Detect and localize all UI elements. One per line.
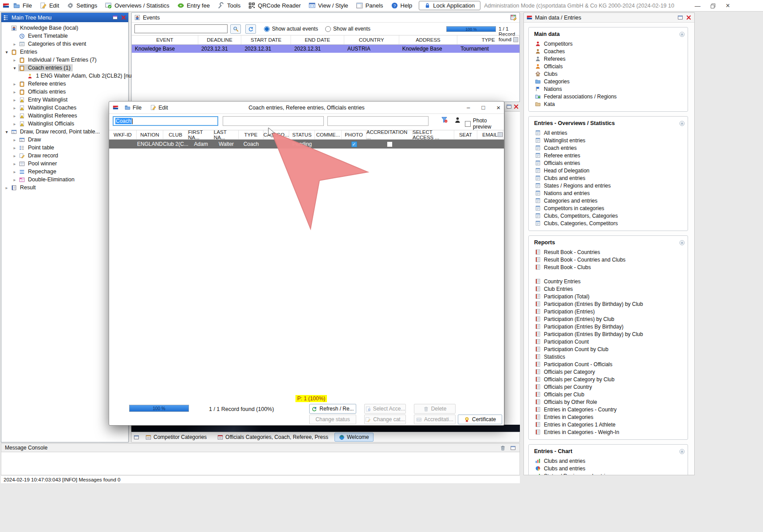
list-item[interactable]: Officials entries	[533, 159, 685, 167]
dialog-minimize-button[interactable]: –	[467, 104, 470, 111]
tree-expander-icon[interactable]: ▸	[11, 98, 18, 102]
tree-expander-icon[interactable]: ▸	[11, 42, 18, 47]
collapse-icon[interactable]	[679, 449, 685, 454]
tree-expander-icon[interactable]: ▸	[11, 121, 18, 126]
column-header[interactable]: ACCREDITATION ...	[366, 130, 413, 139]
close-panel-icon[interactable]	[513, 104, 519, 110]
list-item[interactable]: Participation (Total)	[533, 293, 685, 300]
tree-item[interactable]: 1 ENG Walter Adam, Club 2(CLB2) [null]	[1, 72, 128, 80]
dialog-menu-file[interactable]: File	[122, 104, 144, 112]
list-item[interactable]: Officials per Category	[533, 368, 685, 376]
menu-item-overviews-statistics[interactable]: Overviews / Statistics	[101, 1, 173, 10]
list-item[interactable]: Referee entries	[533, 152, 685, 159]
tree-expander-icon[interactable]: ▸	[11, 145, 18, 150]
list-item[interactable]: Categories	[533, 78, 685, 85]
list-item[interactable]: Participation (Entries By Birthday) by C…	[533, 300, 685, 308]
column-header[interactable]: SELECT ACCESS ...	[413, 130, 454, 139]
menu-item-file[interactable]: File	[9, 1, 36, 10]
list-item[interactable]: Nations and entries	[533, 189, 685, 197]
tree-item[interactable]: ▾Coach entries (1)	[1, 64, 128, 72]
dialog-table-row[interactable]: ENGLANDClub 2(C...AdamWalterCoachPending…	[109, 140, 504, 149]
list-item[interactable]: Clubs and entries	[533, 174, 685, 182]
dialog-menu-edit[interactable]: Edit	[148, 104, 171, 112]
events-table-row[interactable]: Knowledge Base2023.12.312023.12.312023.1…	[132, 45, 519, 53]
list-item[interactable]: Clubs, Categories, Competitors	[533, 219, 685, 227]
list-item[interactable]: Officials per Club	[533, 391, 685, 398]
list-item[interactable]: All entries	[533, 129, 685, 137]
change-status-button[interactable]: Change status	[309, 415, 356, 424]
column-header[interactable]: WKF-ID	[109, 130, 137, 139]
tab-welcome[interactable]: Welcome	[334, 433, 374, 442]
refresh-reload-button[interactable]: Refresh / Re...	[309, 404, 356, 414]
tree-expander-icon[interactable]: ▸	[11, 161, 18, 166]
column-header[interactable]: FIRST NA...	[188, 130, 214, 139]
menu-item-qrcode-reader[interactable]: QRCode Reader	[244, 1, 305, 10]
minimize-button[interactable]: —	[695, 3, 700, 9]
menu-item-tools[interactable]: Tools	[214, 1, 244, 10]
change-category-button[interactable]: Change cat...	[364, 415, 406, 424]
column-header[interactable]: TYPE	[457, 35, 519, 44]
photo-preview-checkbox[interactable]: Photo preview	[465, 117, 504, 130]
menu-item-settings[interactable]: Settings	[63, 1, 101, 10]
column-header[interactable]: END DATE	[291, 35, 344, 44]
menu-item-entry-fee[interactable]: Entry fee	[173, 1, 214, 10]
list-item[interactable]: Coach entries	[533, 144, 685, 152]
column-header[interactable]: CLUB	[163, 130, 188, 139]
close-panel-icon[interactable]	[121, 15, 126, 20]
list-item[interactable]: Clubs and entries	[533, 465, 685, 472]
restore-panel-icon[interactable]	[506, 104, 512, 110]
restore-console-icon[interactable]	[510, 445, 516, 451]
tree-item[interactable]: Knowledge Base (local)	[1, 24, 128, 32]
list-item[interactable]: Entries in Categories - Weigh-In	[533, 428, 685, 436]
dialog-close-button[interactable]: ×	[496, 104, 500, 111]
checkbox-checked-icon[interactable]: ✓	[351, 141, 357, 147]
close-button[interactable]: ×	[726, 2, 730, 10]
filter-funnel-icon[interactable]	[441, 116, 448, 123]
tree-expander-icon[interactable]: ▸	[11, 137, 18, 142]
radio-show-actual[interactable]: Show actual events	[264, 26, 324, 32]
checkbox-unchecked-icon[interactable]	[387, 141, 393, 147]
lock-application-button[interactable]: Lock Application	[419, 1, 480, 10]
delete-button[interactable]: Delete	[414, 404, 456, 414]
column-header[interactable]: DEADLINE	[198, 35, 242, 44]
restore-button[interactable]	[710, 3, 716, 9]
menu-item-help[interactable]: ?Help	[387, 1, 417, 10]
list-item[interactable]: Nations	[533, 85, 685, 93]
list-item[interactable]: States / Regions and entries	[533, 182, 685, 189]
radio-show-all[interactable]: Show all events	[325, 26, 377, 32]
list-item[interactable]: Coaches	[533, 47, 685, 55]
list-item[interactable]: Officials per Category by Club	[533, 376, 685, 383]
tree-expander-icon[interactable]: ▾	[3, 50, 10, 55]
collapse-icon[interactable]	[679, 240, 685, 246]
column-header[interactable]: NATION	[137, 130, 163, 139]
list-item[interactable]: Entries in Categories 1 Athlete	[533, 421, 685, 428]
list-item[interactable]: Result Book - Clubs	[533, 263, 685, 271]
list-item[interactable]: Participation Count - Officials	[533, 360, 685, 368]
trash-icon[interactable]	[500, 445, 506, 451]
column-chooser-icon[interactable]	[497, 132, 503, 137]
list-item[interactable]: Participation (Entries By Birthday) by C…	[533, 330, 685, 338]
tree-item[interactable]: ▸Categories of this event	[1, 40, 128, 48]
column-header[interactable]: CATEGO...	[264, 130, 289, 139]
column-header[interactable]: LAST NA...	[214, 130, 239, 139]
tree-item[interactable]: ▾Entries	[1, 48, 128, 56]
tree-expander-icon[interactable]: ▾	[11, 66, 18, 70]
menu-item-panels[interactable]: Panels	[352, 1, 387, 10]
list-item[interactable]: Clubs and entries	[533, 457, 685, 465]
list-item[interactable]: Entries in Categories	[533, 413, 685, 421]
tree-expander-icon[interactable]: ▾	[3, 129, 10, 134]
tab-officials-categories-coach-referee-press[interactable]: Officials Categories, Coach, Referee, Pr…	[213, 433, 333, 442]
column-header[interactable]: START DATE	[241, 35, 291, 44]
list-item[interactable]: Result Book - Countries	[533, 248, 685, 256]
tree-item[interactable]: ▸Officials entries	[1, 88, 128, 96]
accreditation-button[interactable]: Accreditati...	[414, 415, 456, 424]
list-item[interactable]: Participation Count	[533, 338, 685, 345]
filter-input-2[interactable]	[223, 116, 324, 126]
list-item[interactable]: Country Entries	[533, 278, 685, 285]
collapse-icon[interactable]	[679, 31, 685, 37]
tree-expander-icon[interactable]: ▸	[11, 153, 18, 158]
collapse-icon[interactable]	[679, 121, 685, 126]
select-access-button[interactable]: Select Acce...	[364, 404, 406, 414]
refresh-button[interactable]	[245, 24, 256, 34]
list-item[interactable]: Categories and entries	[533, 197, 685, 204]
